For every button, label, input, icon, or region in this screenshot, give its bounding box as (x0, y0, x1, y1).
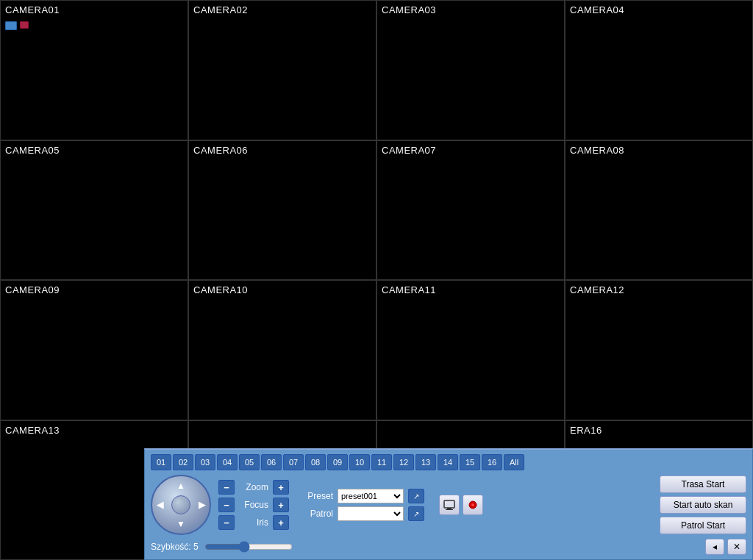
start-auto-skan-button[interactable]: Start auto skan (660, 496, 746, 514)
speed-end-buttons: ◂ ✕ (705, 539, 746, 555)
record-icon-button[interactable] (463, 495, 483, 515)
camera-cell-05[interactable]: CAMERA05 (0, 140, 188, 281)
camera-label-05: CAMERA05 (5, 145, 60, 156)
channel-btn-all[interactable]: All (504, 454, 524, 470)
zoom-focus-iris-controls: − Zoom + − Focus + − Iris + (218, 480, 289, 530)
camera-cell-10[interactable]: CAMERA10 (188, 280, 376, 420)
icon-buttons-group (439, 495, 483, 515)
preset-select[interactable]: preset001 preset002 preset003 (338, 489, 404, 503)
trasa-start-button[interactable]: Trasa Start (660, 475, 746, 493)
channel-btn-08[interactable]: 08 (305, 454, 326, 470)
channel-buttons-row: 01020304050607080910111213141516All (151, 454, 746, 470)
icon-row-top (439, 495, 483, 515)
svg-point-4 (471, 503, 474, 506)
camera-label-13: CAMERA13 (5, 425, 60, 436)
svg-rect-2 (446, 509, 453, 510)
camera-cell-04[interactable]: CAMERA04 (565, 0, 753, 140)
channel-btn-03[interactable]: 03 (195, 454, 215, 470)
preset-row: Preset preset001 preset002 preset003 ↗ (304, 489, 424, 503)
camera-cell-06[interactable]: CAMERA06 (188, 140, 376, 281)
zoom-plus-button[interactable]: + (273, 480, 289, 495)
channel-btn-09[interactable]: 09 (327, 454, 348, 470)
patrol-start-button[interactable]: Patrol Start (660, 517, 746, 534)
iris-minus-button[interactable]: − (218, 515, 235, 530)
camera-label-12: CAMERA12 (570, 284, 624, 295)
patrol-row: Patrol ↗ (304, 506, 424, 521)
channel-btn-13[interactable]: 13 (415, 454, 436, 470)
camera01-monitor-icon (5, 21, 17, 30)
speed-label: Szybkość: 5 (151, 542, 199, 552)
ptz-down-arrow: ▼ (176, 519, 185, 529)
channel-btn-02[interactable]: 02 (173, 454, 193, 470)
control-panel: 01020304050607080910111213141516All ▲ ▼ … (144, 448, 753, 560)
camera-label-04: CAMERA04 (570, 4, 624, 15)
ptz-right-arrow: ▶ (199, 500, 205, 510)
channel-btn-10[interactable]: 10 (349, 454, 370, 470)
camera-label-11: CAMERA11 (382, 284, 436, 295)
camera-cell-03[interactable]: CAMERA03 (376, 0, 565, 140)
camera-label-10: CAMERA10 (193, 284, 248, 295)
focus-plus-button[interactable]: + (273, 498, 289, 512)
channel-btn-04[interactable]: 04 (217, 454, 238, 470)
speed-slider[interactable] (204, 541, 293, 553)
iris-plus-button[interactable]: + (273, 515, 289, 530)
focus-row: − Focus + (218, 498, 289, 512)
camera01-record-icon (20, 21, 29, 29)
close-button[interactable]: ✕ (727, 539, 746, 555)
preset-label: Preset (304, 491, 333, 501)
ptz-up-arrow: ▲ (176, 481, 185, 491)
preset-patrol-controls: Preset preset001 preset002 preset003 ↗ P… (304, 489, 424, 521)
focus-label: Focus (239, 500, 268, 510)
svg-rect-0 (444, 500, 454, 508)
channel-btn-05[interactable]: 05 (239, 454, 260, 470)
camera-cell-08[interactable]: CAMERA08 (565, 140, 753, 281)
camera-label-03: CAMERA03 (382, 4, 436, 15)
camera-label-01: CAMERA01 (5, 4, 60, 15)
camera-cell-02[interactable]: CAMERA02 (188, 0, 376, 140)
svg-rect-1 (447, 508, 452, 509)
zoom-row: − Zoom + (218, 480, 289, 495)
camera-label-07: CAMERA07 (382, 145, 436, 156)
channel-btn-11[interactable]: 11 (371, 454, 392, 470)
zoom-label: Zoom (239, 482, 268, 492)
camera-cell-07[interactable]: CAMERA07 (376, 140, 565, 281)
channel-btn-06[interactable]: 06 (261, 454, 282, 470)
iris-label: Iris (239, 517, 268, 528)
camera-cell-11[interactable]: CAMERA11 (376, 280, 565, 420)
patrol-goto-button[interactable]: ↗ (408, 506, 424, 521)
camera-label-06: CAMERA06 (193, 145, 248, 156)
monitor-icon-button[interactable] (439, 495, 460, 515)
focus-minus-button[interactable]: − (218, 498, 235, 512)
channel-btn-12[interactable]: 12 (393, 454, 414, 470)
camera-label-09: CAMERA09 (5, 284, 60, 295)
camera-cell-09[interactable]: CAMERA09 (0, 280, 188, 420)
patrol-select[interactable] (338, 506, 404, 521)
channel-btn-15[interactable]: 15 (460, 454, 480, 470)
camera-cell-12[interactable]: CAMERA12 (565, 280, 753, 420)
ptz-left-arrow: ◀ (157, 500, 163, 510)
camera-cell-01[interactable]: CAMERA01 (0, 0, 188, 140)
channel-btn-07[interactable]: 07 (283, 454, 304, 470)
camera-label-08: CAMERA08 (570, 145, 624, 156)
camera-label-16: ERA16 (570, 425, 602, 436)
preset-goto-button[interactable]: ↗ (408, 489, 424, 503)
zoom-minus-button[interactable]: − (218, 480, 235, 495)
patrol-label: Patrol (304, 509, 333, 519)
iris-row: − Iris + (218, 515, 289, 530)
channel-btn-01[interactable]: 01 (151, 454, 171, 470)
main-controls: ▲ ▼ ◀ ▶ − Zoom + − Focus + − Iris + (151, 475, 746, 535)
ptz-joystick[interactable]: ▲ ▼ ◀ ▶ (151, 475, 211, 535)
minimize-button[interactable]: ◂ (705, 539, 724, 555)
camera-label-02: CAMERA02 (193, 4, 248, 15)
right-action-buttons: Trasa Start Start auto skan Patrol Start (660, 475, 746, 534)
speed-row: Szybkość: 5 ◂ ✕ (151, 539, 746, 555)
channel-btn-14[interactable]: 14 (438, 454, 458, 470)
ptz-center-button[interactable] (171, 495, 190, 514)
channel-btn-16[interactable]: 16 (482, 454, 502, 470)
camera01-status-icons (5, 21, 29, 30)
